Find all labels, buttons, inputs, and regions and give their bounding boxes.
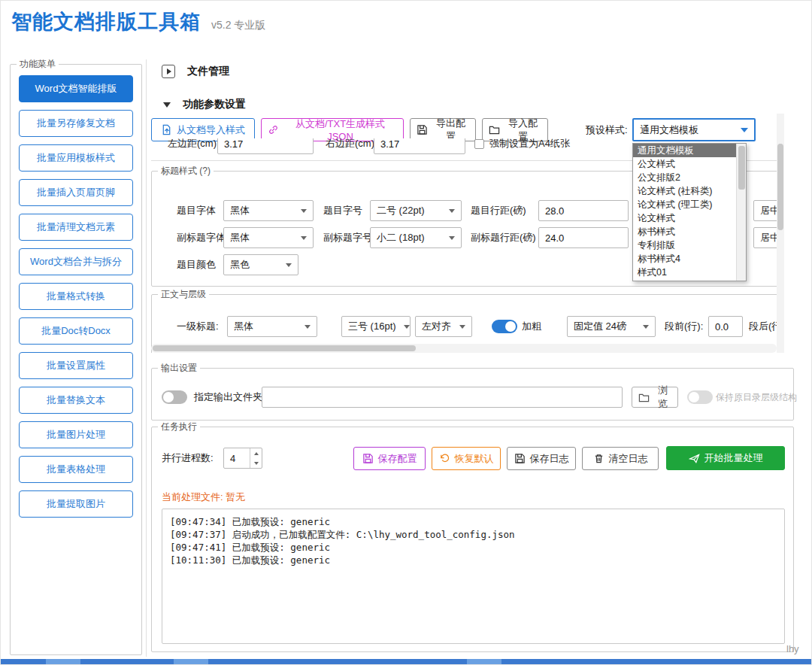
sidebar-item-batch-format-convert[interactable]: 批量格式转换: [19, 283, 133, 310]
preset-option[interactable]: 标书样式4: [633, 252, 736, 266]
collapse-icon: [163, 102, 171, 108]
subtitle-size-label: 副标题字号: [323, 227, 372, 248]
level1-line-spacing-combo[interactable]: 固定值 24磅: [567, 316, 656, 337]
log-line: [09:47:34] 已加载预设: generic: [170, 515, 777, 528]
save-log-button[interactable]: 保存日志: [507, 447, 576, 470]
app-window: 智能文档排版工具箱 v5.2 专业版 功能菜单 Word文档智能排版 批量另存修…: [0, 0, 812, 665]
sidebar-divider: [146, 59, 147, 657]
task-execution-group-label: 任务执行: [158, 421, 200, 433]
preset-option[interactable]: 公文排版2: [633, 171, 736, 184]
sidebar-item-batch-table-process[interactable]: 批量表格处理: [19, 456, 133, 483]
level1-label: 一级标题:: [177, 316, 219, 337]
restore-default-button[interactable]: 恢复默认: [432, 447, 501, 470]
subtitle-font-label: 副标题字体: [177, 227, 226, 248]
sidebar-item-doc-to-docx[interactable]: 批量Doc转Docx: [19, 317, 133, 345]
watermark-text: lhy: [786, 643, 799, 654]
sidebar-item-batch-clean-elements[interactable]: 批量清理文档元素: [19, 214, 133, 241]
body-levels-group-label: 正文与层级: [158, 288, 209, 301]
bold-label: 加粗: [522, 316, 541, 337]
preset-option[interactable]: 论文样式: [633, 211, 736, 225]
preset-option[interactable]: 公文样式: [633, 157, 736, 171]
popup-scrollbar[interactable]: [736, 144, 746, 281]
save-icon: [514, 453, 526, 464]
scrollbar-thumb[interactable]: [153, 345, 416, 351]
browse-button[interactable]: 浏览: [632, 387, 678, 408]
horizontal-scrollbar[interactable]: [151, 344, 777, 353]
force-a4-label: 强制设置为A4纸张: [489, 138, 570, 154]
subtitle-line-spacing-input[interactable]: [538, 227, 629, 248]
output-folder-label: 指定输出文件夹: [194, 387, 262, 408]
save-config-button[interactable]: 保存配置: [353, 447, 426, 470]
taskbar-strip: [1, 659, 812, 665]
title-color-label: 题目颜色: [177, 254, 216, 275]
keep-structure-toggle[interactable]: [687, 390, 713, 404]
parallel-process-label: 并行进程数:: [162, 447, 214, 469]
log-line: [10:11:30] 已加载预设: generic: [170, 554, 777, 566]
preset-option[interactable]: 通用文档模板: [633, 144, 736, 157]
output-folder-input[interactable]: [262, 387, 623, 408]
force-a4-checkbox[interactable]: [474, 139, 484, 149]
sidebar-item-batch-extract-images[interactable]: 批量提取图片: [19, 490, 133, 518]
scrollbar-thumb[interactable]: [738, 146, 745, 190]
log-line: [09:47:37] 启动成功，已加载配置文件: C:\lhy_word_too…: [170, 528, 777, 541]
bold-toggle[interactable]: [492, 320, 517, 333]
log-output[interactable]: [09:47:34] 已加载预设: generic [09:47:37] 启动成…: [162, 509, 785, 644]
log-line: [09:47:41] 已加载预设: generic: [170, 541, 777, 554]
level1-align-combo[interactable]: 左对齐: [415, 316, 472, 337]
task-execution-group: 任务执行 并行进程数: 4 保存配置 恢复默认 保存日志 清空日志 开始批量: [151, 427, 794, 652]
level1-size-combo[interactable]: 三号 (16pt): [341, 316, 411, 337]
right-margin-label: 右边距(cm): [326, 138, 374, 154]
preset-option[interactable]: 标书样式: [633, 225, 736, 238]
title-line-spacing-input[interactable]: [538, 200, 629, 221]
sidebar-item-merge-split[interactable]: Word文档合并与拆分: [19, 248, 133, 275]
expand-icon: [162, 65, 175, 78]
output-settings-group: 输出设置 指定输出文件夹 浏览 保持原目录层级结构: [151, 368, 794, 421]
title-color-combo[interactable]: 黑色: [223, 254, 298, 275]
sidebar-list: Word文档智能排版 批量另存修复文档 批量应用模板样式 批量插入页眉页脚 批量…: [19, 75, 133, 518]
space-before-label: 段前(行):: [665, 316, 703, 337]
left-margin-input[interactable]: [217, 138, 314, 154]
stepper-down-button[interactable]: [250, 458, 262, 468]
sidebar: 功能菜单 Word文档智能排版 批量另存修复文档 批量应用模板样式 批量插入页眉…: [10, 64, 142, 655]
sidebar-item-batch-header-footer[interactable]: 批量插入页眉页脚: [19, 179, 133, 206]
sidebar-item-batch-replace-text[interactable]: 批量替换文本: [19, 387, 133, 414]
toggle-knob: [163, 392, 174, 402]
level1-font-combo[interactable]: 黑体: [227, 316, 317, 337]
scrollbar-thumb[interactable]: [777, 144, 783, 230]
sidebar-item-batch-image-process[interactable]: 批量图片处理: [19, 421, 133, 448]
section-title: 文件管理: [187, 65, 229, 78]
folder-icon: [489, 124, 500, 135]
right-margin-input[interactable]: [374, 138, 465, 154]
stepper-value: 4: [224, 448, 250, 468]
title-font-combo[interactable]: 黑体: [223, 200, 314, 221]
output-folder-toggle[interactable]: [162, 390, 187, 404]
title-size-combo[interactable]: 二号 (22pt): [370, 200, 462, 221]
parallel-process-stepper[interactable]: 4: [223, 448, 262, 469]
preset-option[interactable]: 样式01: [633, 266, 736, 279]
section-param-settings[interactable]: 功能参数设置: [163, 98, 246, 111]
sidebar-item-word-smart-format[interactable]: Word文档智能排版: [19, 75, 133, 102]
chevron-down-icon: [301, 209, 307, 213]
page-title: 智能文档排版工具箱: [11, 8, 201, 35]
section-file-management[interactable]: 文件管理: [162, 65, 229, 78]
sidebar-item-batch-set-properties[interactable]: 批量设置属性: [19, 352, 133, 379]
current-file-value: 暂无: [226, 491, 245, 503]
sidebar-item-batch-resave-repair[interactable]: 批量另存修复文档: [19, 110, 133, 137]
start-batch-button[interactable]: 开始批量处理: [666, 446, 785, 470]
save-icon: [417, 124, 428, 135]
preset-dropdown-popup: 通用文档模板 公文样式 公文排版2 论文样式 (社科类) 论文样式 (理工类) …: [632, 143, 747, 281]
preset-style-label: 预设样式:: [586, 123, 628, 137]
clear-log-button[interactable]: 清空日志: [582, 447, 659, 470]
subtitle-font-combo[interactable]: 黑体: [223, 227, 314, 248]
app-header: 智能文档排版工具箱 v5.2 专业版: [11, 8, 265, 35]
sidebar-item-batch-apply-template[interactable]: 批量应用模板样式: [19, 144, 133, 172]
preset-option[interactable]: 论文样式 (社科类): [633, 184, 736, 198]
space-before-input[interactable]: [708, 316, 743, 337]
vertical-scrollbar[interactable]: [777, 114, 784, 353]
stepper-up-button[interactable]: [250, 448, 262, 458]
subtitle-size-combo[interactable]: 小二 (18pt): [370, 227, 462, 248]
preset-option[interactable]: 论文样式 (理工类): [633, 198, 736, 211]
preset-option[interactable]: 专利排版: [633, 238, 736, 252]
title-style-group-label: 标题样式 (?): [158, 165, 214, 178]
chevron-down-icon: [304, 325, 311, 329]
